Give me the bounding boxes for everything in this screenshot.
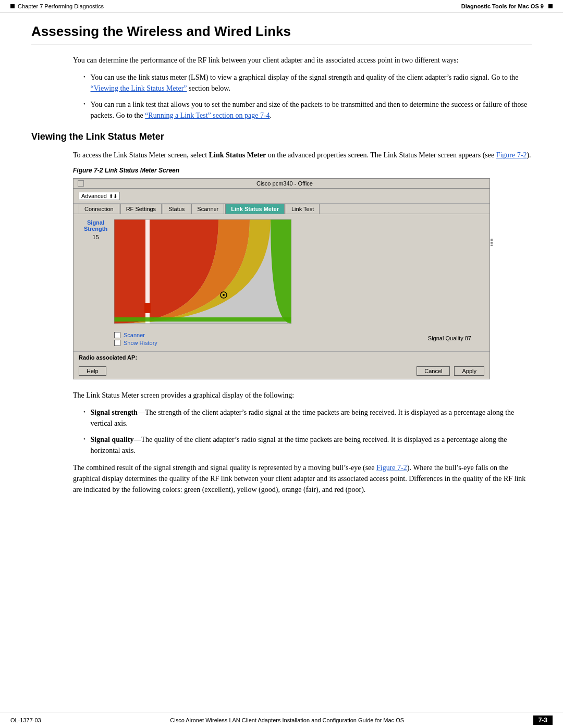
section-intro-paragraph: To access the Link Status Meter screen, … (73, 150, 532, 161)
mac-title-bar: Cisco pcm340 - Office (74, 179, 489, 189)
bullet-dot-1: • (83, 73, 85, 81)
mac-dropdown-arrow: ⬆⬇ (109, 193, 117, 199)
tab-connection[interactable]: Connection (79, 204, 119, 214)
desc-bullet-1: • Signal strength—The strength of the cl… (83, 407, 532, 429)
bullet-item-2: • You can run a link test that allows yo… (83, 99, 532, 121)
mac-window: Cisco pcm340 - Office Advanced ⬆⬇ Connec… (73, 178, 490, 379)
svg-rect-2 (144, 303, 151, 313)
show-history-checkbox[interactable] (114, 340, 120, 346)
mac-tab-bar: Connection RF Settings Status Scanner Li… (74, 204, 489, 214)
desc-bullet-2: • Signal quality—The quality of the clie… (83, 434, 532, 456)
tab-rf-settings[interactable]: RF Settings (120, 204, 162, 214)
header-right-square (548, 4, 553, 8)
chart-container: SignalStrength 15 (81, 219, 482, 326)
mac-dropdown[interactable]: Advanced ⬆⬇ (79, 192, 120, 200)
description-intro: The Link Status Meter screen provides a … (73, 390, 532, 401)
footer-bar: OL-1377-03 Cisco Aironet Wireless LAN Cl… (0, 712, 563, 728)
header-chapter-text: Chapter 7 Performing Diagnostics (18, 3, 104, 9)
closing-paragraph: The combined result of the signal streng… (73, 462, 532, 495)
mac-select-row: Advanced ⬆⬇ (79, 192, 484, 200)
page-title: Assessing the Wireless and Wired Links (31, 23, 532, 44)
tab-status[interactable]: Status (163, 204, 190, 214)
svg-rect-3 (114, 317, 291, 322)
chart-svg-wrapper (114, 219, 482, 326)
intro-bullets: • You can use the link status meter (LSM… (83, 72, 532, 121)
mac-window-title: Cisco pcm340 - Office (84, 180, 485, 187)
tab-link-status-meter[interactable]: Link Status Meter (225, 204, 285, 214)
tab-scanner[interactable]: Scanner (191, 204, 224, 214)
svg-point-5 (223, 294, 225, 296)
mac-button-row: Help Cancel Apply (74, 363, 489, 379)
radio-ap-row: Radio associated AP: (74, 351, 489, 363)
footer-page-number: 7-3 (533, 715, 553, 725)
header-bar: Chapter 7 Performing Diagnostics Diagnos… (0, 0, 563, 13)
help-button[interactable]: Help (79, 366, 106, 376)
link-status-chart (114, 219, 291, 324)
header-left-square (10, 4, 15, 8)
scanner-checkbox[interactable] (114, 332, 120, 338)
bullet-text-1: You can use the link status meter (LSM) … (91, 72, 532, 94)
footer-center: Cisco Aironet Wireless LAN Client Adapte… (41, 717, 533, 723)
header-right-text: Diagnostic Tools for Mac OS 9 (461, 3, 544, 9)
signal-quality-display: Signal Quality 87 (428, 335, 471, 341)
desc-bullet-text-2: Signal quality—The quality of the client… (91, 434, 532, 456)
section-heading: Viewing the Link Status Meter (31, 131, 532, 142)
signal-strength-value: 15 (92, 234, 99, 240)
main-content: Assessing the Wireless and Wired Links Y… (0, 13, 563, 543)
show-history-label: Show History (124, 340, 157, 346)
desc-bullet-dot-2: • (83, 435, 85, 443)
figure-caption: Figure 7-2 Link Status Meter Screen (73, 167, 532, 174)
link-viewing[interactable]: “Viewing the Link Status Meter” (91, 84, 187, 92)
mac-side-lines (491, 239, 493, 246)
cancel-button[interactable]: Cancel (417, 366, 450, 376)
description-bullets: • Signal strength—The strength of the cl… (83, 407, 532, 456)
mac-checkboxes: Scanner Show History (114, 332, 157, 346)
mac-graph-area: SignalStrength 15 (74, 214, 489, 351)
mac-bottom-row: Scanner Show History Signal Quality 87 (114, 330, 482, 346)
tab-link-test[interactable]: Link Test (286, 204, 320, 214)
header-left: Chapter 7 Performing Diagnostics (10, 3, 104, 9)
scanner-label: Scanner (124, 332, 145, 338)
mac-close-button[interactable] (78, 180, 84, 187)
intro-paragraph: You can determine the performance of the… (73, 55, 532, 66)
show-history-checkbox-row: Show History (114, 340, 157, 346)
bullet-item-1: • You can use the link status meter (LSM… (83, 72, 532, 94)
bullet-text-2: You can run a link test that allows you … (91, 99, 532, 121)
link-figure-7-2-top[interactable]: Figure 7-2 (496, 151, 527, 159)
footer-left: OL-1377-03 (10, 717, 41, 723)
desc-bullet-text-1: Signal strength—The strength of the clie… (91, 407, 532, 429)
link-figure-7-2-bottom[interactable]: Figure 7-2 (376, 464, 407, 472)
header-right: Diagnostic Tools for Mac OS 9 (461, 3, 553, 9)
scanner-checkbox-row: Scanner (114, 332, 157, 338)
link-running[interactable]: “Running a Link Test” section on page 7-… (145, 112, 270, 119)
desc-bullet-dot-1: • (83, 408, 85, 416)
apply-button[interactable]: Apply (454, 366, 484, 376)
signal-strength-label: SignalStrength (84, 219, 107, 232)
mac-toolbar: Advanced ⬆⬇ (74, 189, 489, 204)
mac-right-buttons: Cancel Apply (417, 366, 484, 376)
bullet-dot-2: • (83, 100, 85, 108)
chart-y-label: SignalStrength 15 (81, 219, 110, 240)
